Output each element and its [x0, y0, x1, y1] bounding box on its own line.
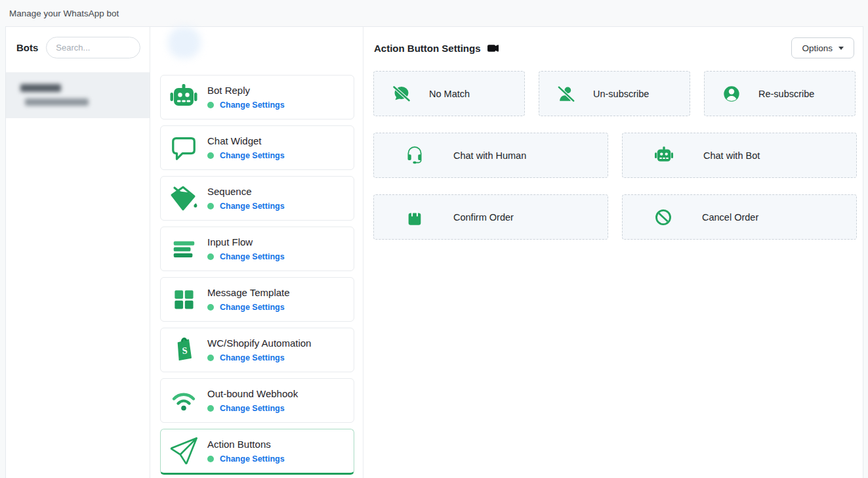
- options-label: Options: [802, 43, 833, 53]
- change-settings-link[interactable]: Change Settings: [220, 151, 285, 160]
- change-settings-link[interactable]: Change Settings: [220, 404, 285, 413]
- action-button-no-match[interactable]: No Match: [373, 71, 525, 116]
- feature-card-chat-widget[interactable]: Chat Widget Change Settings: [160, 125, 354, 170]
- feature-card-bot-reply[interactable]: Bot Reply Change Settings: [160, 75, 354, 120]
- change-settings-link[interactable]: Change Settings: [220, 454, 285, 464]
- bag-icon: [405, 208, 424, 227]
- action-button-label: Confirm Order: [453, 212, 514, 223]
- change-settings-link[interactable]: Change Settings: [220, 202, 285, 211]
- status-dot: [207, 253, 214, 260]
- action-button-confirm-order[interactable]: Confirm Order: [373, 194, 608, 240]
- blurred-image: [168, 27, 201, 58]
- ban-icon: [654, 208, 672, 227]
- feature-title: Input Flow: [207, 236, 285, 248]
- chat-widget-icon: [168, 134, 199, 162]
- feature-title: Sequence: [207, 186, 285, 197]
- action-button-label: Chat with Human: [453, 150, 526, 161]
- feature-list: Bot Reply Change Settings Chat Widget: [160, 75, 354, 475]
- feature-card-input-flow[interactable]: Input Flow Change Settings: [160, 227, 354, 271]
- feature-title: Bot Reply: [207, 85, 285, 96]
- shopify-icon: S: [168, 336, 199, 364]
- feature-card-outbound-webhook[interactable]: Out-bound Webhook Change Settings: [160, 378, 354, 423]
- topbar: Manage your WhatsApp bot: [0, 0, 868, 26]
- status-dot: [207, 102, 214, 108]
- action-button-chat-with-human[interactable]: Chat with Human: [373, 133, 608, 178]
- feature-card-message-template[interactable]: Message Template Change Settings: [160, 277, 354, 322]
- feature-title: Chat Widget: [207, 135, 285, 146]
- feature-title: Out-bound Webhook: [207, 388, 298, 399]
- action-button-label: Re-subscribe: [758, 89, 814, 99]
- features-column: Bot Reply Change Settings Chat Widget: [150, 27, 363, 478]
- change-settings-link[interactable]: Change Settings: [220, 353, 285, 362]
- search-input[interactable]: [46, 37, 140, 58]
- status-dot: [207, 152, 214, 159]
- input-flow-icon: [168, 235, 199, 263]
- action-buttons-row-2: Chat with Human: [373, 133, 854, 178]
- bot-list-item-selected[interactable]: [6, 72, 150, 118]
- status-dot: [207, 456, 214, 462]
- caret-down-icon: [838, 47, 844, 50]
- feature-title: Message Template: [207, 287, 290, 298]
- chat-slash-icon: [392, 84, 411, 104]
- send-icon: [168, 437, 199, 465]
- change-settings-link[interactable]: Change Settings: [220, 303, 285, 312]
- feature-card-shopify-automation[interactable]: S WC/Shopify Automation Change Settings: [160, 328, 354, 372]
- bot-name-redacted: [20, 84, 61, 92]
- bots-title: Bots: [16, 42, 38, 53]
- person-slash-icon: [557, 85, 575, 103]
- svg-text:S: S: [182, 345, 188, 356]
- change-settings-link[interactable]: Change Settings: [220, 252, 285, 261]
- grid-icon: [168, 286, 199, 313]
- panel-title: Action Button Settings: [374, 43, 480, 54]
- bot-icon: [168, 83, 199, 112]
- status-dot: [207, 203, 214, 209]
- page-title: Manage your WhatsApp bot: [9, 9, 119, 18]
- action-button-cancel-order[interactable]: Cancel Order: [622, 194, 857, 240]
- status-dot: [207, 304, 214, 311]
- content-shell: Bots: [5, 26, 863, 478]
- feature-title: WC/Shopify Automation: [207, 337, 311, 349]
- action-button-label: Un-subscribe: [593, 89, 649, 99]
- action-button-label: Chat with Bot: [703, 150, 760, 161]
- bot-phone-redacted: [25, 98, 89, 106]
- action-button-label: No Match: [429, 89, 470, 99]
- bots-sidebar: Bots: [6, 27, 150, 478]
- status-dot: [207, 405, 214, 412]
- feature-card-sequence[interactable]: Sequence Change Settings: [160, 176, 354, 221]
- headset-icon: [405, 146, 424, 165]
- action-buttons-row-3: Confirm Order Cancel Order: [373, 194, 854, 240]
- bots-header: Bots: [6, 27, 150, 68]
- camera-video-icon[interactable]: [487, 43, 499, 54]
- action-button-unsubscribe[interactable]: Un-subscribe: [539, 71, 690, 116]
- action-buttons-row-1: No Match Un-subscribe: [373, 71, 854, 116]
- action-button-settings-panel: Action Button Settings Options: [363, 27, 863, 478]
- action-buttons-grid: No Match Un-subscribe: [363, 71, 863, 240]
- feature-title: Action Buttons: [207, 439, 285, 450]
- status-dot: [207, 355, 214, 361]
- feature-card-action-buttons[interactable]: Action Buttons Change Settings: [160, 429, 354, 475]
- panel-header: Action Button Settings Options: [363, 27, 863, 58]
- person-circle-icon: [722, 85, 741, 103]
- action-button-label: Cancel Order: [702, 212, 758, 223]
- action-button-resubscribe[interactable]: Re-subscribe: [704, 71, 856, 116]
- action-button-chat-with-bot[interactable]: Chat with Bot: [622, 133, 857, 178]
- change-settings-link[interactable]: Change Settings: [220, 100, 285, 110]
- options-button[interactable]: Options: [791, 37, 854, 58]
- paint-bucket-icon: [168, 184, 199, 213]
- robot-icon: [654, 146, 674, 165]
- wifi-icon: [168, 386, 199, 415]
